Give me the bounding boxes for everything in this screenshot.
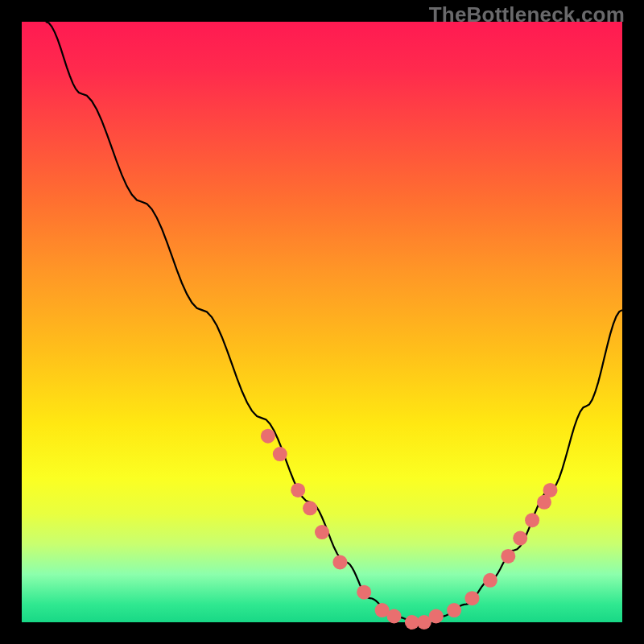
data-marker	[447, 603, 461, 617]
data-marker	[525, 513, 539, 527]
data-marker	[501, 549, 515, 564]
data-marker	[543, 483, 558, 497]
data-marker	[273, 447, 287, 461]
data-marker	[303, 501, 317, 515]
data-marker	[291, 483, 305, 497]
data-marker	[387, 609, 402, 624]
data-marker	[332, 555, 347, 569]
chart-svg	[22, 22, 622, 622]
data-marker	[261, 429, 275, 444]
data-marker	[483, 573, 497, 588]
bottleneck-curve	[46, 22, 622, 622]
data-marker	[315, 525, 329, 539]
data-marker	[357, 585, 371, 600]
chart-container: TheBottleneck.com	[0, 0, 644, 644]
data-marker	[429, 609, 444, 624]
data-markers	[261, 429, 558, 630]
data-marker	[465, 591, 480, 605]
data-marker	[513, 531, 527, 546]
bottleneck-curve-path	[46, 22, 622, 622]
watermark-text: TheBottleneck.com	[429, 2, 625, 27]
